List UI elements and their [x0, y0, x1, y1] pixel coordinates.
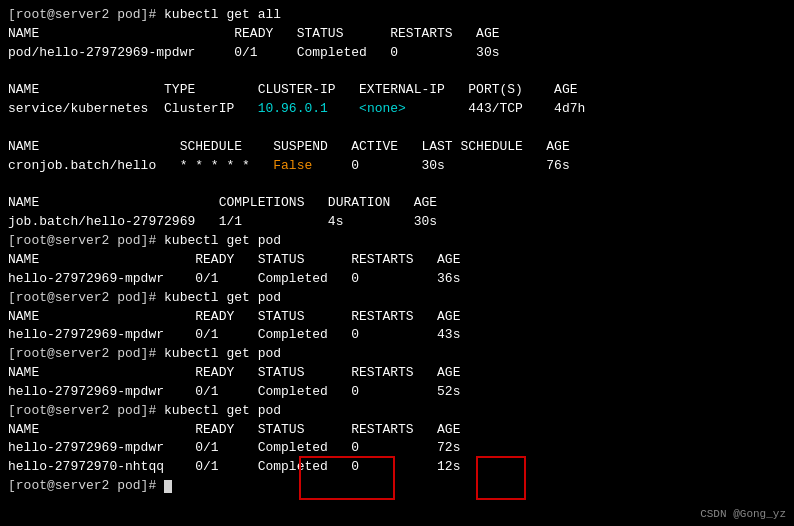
line-cmd6: [root@server2 pod]#	[8, 477, 786, 496]
line-cmd5: [root@server2 pod]# kubectl get pod	[8, 402, 786, 421]
line-hdr8: NAME READY STATUS RESTARTS AGE	[8, 421, 786, 440]
line-pod5a: hello-27972969-mpdwr 0/1 Completed 0 72s	[8, 439, 786, 458]
line-hdr2: NAME TYPE CLUSTER-IP EXTERNAL-IP PORT(S)…	[8, 81, 786, 100]
line-pod5b: hello-27972970-nhtqq 0/1 Completed 0 12s	[8, 458, 786, 477]
line-pod3: hello-27972969-mpdwr 0/1 Completed 0 43s	[8, 326, 786, 345]
line-pod1: pod/hello-27972969-mpdwr 0/1 Completed 0…	[8, 44, 786, 63]
line-blank2	[8, 119, 786, 138]
line-hdr3: NAME SCHEDULE SUSPEND ACTIVE LAST SCHEDU…	[8, 138, 786, 157]
line-cmd3: [root@server2 pod]# kubectl get pod	[8, 289, 786, 308]
terminal: [root@server2 pod]# kubectl get all NAME…	[0, 0, 794, 526]
cursor	[164, 480, 172, 493]
line-job1: job.batch/hello-27972969 1/1 4s 30s	[8, 213, 786, 232]
line-svc1: service/kubernetes ClusterIP 10.96.0.1 <…	[8, 100, 786, 119]
line-blank3	[8, 176, 786, 195]
line-hdr1: NAME READY STATUS RESTARTS AGE	[8, 25, 786, 44]
line-cmd4: [root@server2 pod]# kubectl get pod	[8, 345, 786, 364]
line-pod2: hello-27972969-mpdwr 0/1 Completed 0 36s	[8, 270, 786, 289]
line-hdr5: NAME READY STATUS RESTARTS AGE	[8, 251, 786, 270]
line-cron1: cronjob.batch/hello * * * * * False 0 30…	[8, 157, 786, 176]
watermark: CSDN @Gong_yz	[700, 508, 786, 520]
line-hdr6: NAME READY STATUS RESTARTS AGE	[8, 308, 786, 327]
line-cmd1: [root@server2 pod]# kubectl get all	[8, 6, 786, 25]
line-cmd2: [root@server2 pod]# kubectl get pod	[8, 232, 786, 251]
line-pod4: hello-27972969-mpdwr 0/1 Completed 0 52s	[8, 383, 786, 402]
line-blank1	[8, 63, 786, 82]
line-hdr7: NAME READY STATUS RESTARTS AGE	[8, 364, 786, 383]
line-hdr4: NAME COMPLETIONS DURATION AGE	[8, 194, 786, 213]
